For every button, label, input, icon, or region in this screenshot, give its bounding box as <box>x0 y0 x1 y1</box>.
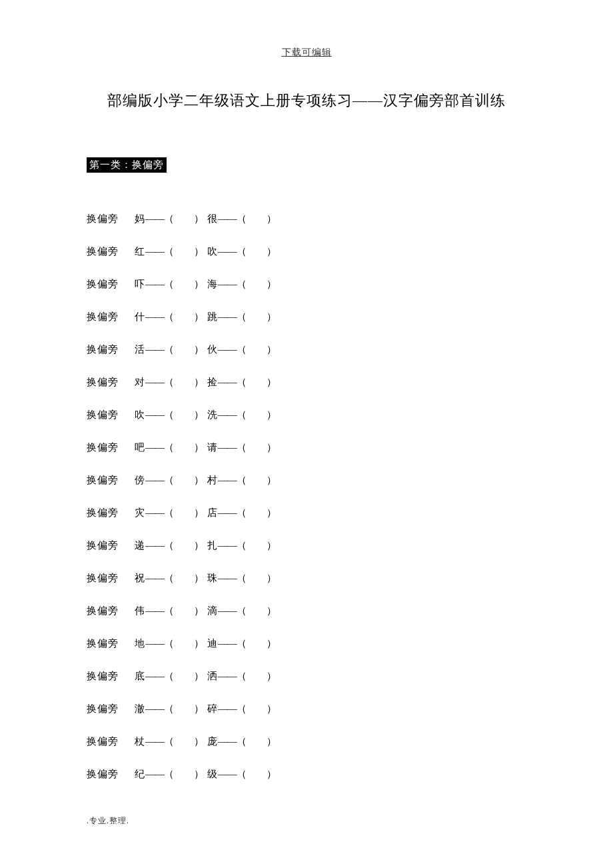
char: 庞 <box>207 736 218 747</box>
exercise-row: 换偏旁底——（ ） 洒——（ ） <box>87 670 526 683</box>
char: 傍 <box>135 475 145 485</box>
dash: —— <box>218 213 237 224</box>
char: 很 <box>207 213 218 224</box>
char: 底 <box>135 671 145 681</box>
char: 吹 <box>207 246 218 257</box>
blank: （ ） <box>237 344 277 355</box>
row-content: 什——（ ） 跳——（ ） <box>135 311 277 322</box>
blank: （ ） <box>164 703 204 714</box>
row-label: 换偏旁 <box>87 278 135 291</box>
footer-note: .专业.整理. <box>87 815 129 827</box>
blank: （ ） <box>237 279 277 289</box>
blank: （ ） <box>237 769 277 779</box>
blank: （ ） <box>164 671 204 681</box>
dash: —— <box>145 703 164 714</box>
exercise-row: 换偏旁递——（ ） 扎——（ ） <box>87 539 526 552</box>
row-content: 吹——（ ） 洗——（ ） <box>135 409 277 420</box>
blank: （ ） <box>164 475 204 485</box>
char: 什 <box>135 311 145 322</box>
blank: （ ） <box>164 279 204 289</box>
row-content: 伟——（ ） 滴——（ ） <box>135 605 277 616</box>
exercise-row: 换偏旁什——（ ） 跳——（ ） <box>87 311 526 323</box>
document-title: 部编版小学二年级语文上册专项练习——汉字偏旁部首训练 <box>87 91 526 111</box>
blank: （ ） <box>164 377 204 387</box>
row-label: 换偏旁 <box>87 539 135 552</box>
dash: —— <box>145 279 164 289</box>
row-label: 换偏旁 <box>87 605 135 617</box>
exercise-row: 换偏旁吹——（ ） 洗——（ ） <box>87 409 526 421</box>
blank: （ ） <box>237 573 277 583</box>
dash: —— <box>218 769 237 779</box>
exercise-row: 换偏旁地——（ ） 迪——（ ） <box>87 637 526 650</box>
row-label: 换偏旁 <box>87 507 135 519</box>
char: 扎 <box>207 540 218 551</box>
dash: —— <box>145 540 164 551</box>
char: 杖 <box>135 736 145 747</box>
exercise-row: 换偏旁红——（ ） 吹——（ ） <box>87 245 526 258</box>
blank: （ ） <box>164 507 204 518</box>
dash: —— <box>145 311 164 322</box>
char: 地 <box>135 638 145 649</box>
dash: —— <box>218 507 237 518</box>
char: 纪 <box>135 769 145 779</box>
dash: —— <box>145 377 164 387</box>
blank: （ ） <box>164 605 204 616</box>
blank: （ ） <box>237 605 277 616</box>
blank: （ ） <box>237 736 277 747</box>
row-content: 祝——（ ） 珠——（ ） <box>135 573 277 583</box>
char: 村 <box>207 475 218 485</box>
blank: （ ） <box>164 573 204 583</box>
dash: —— <box>145 671 164 681</box>
blank: （ ） <box>164 213 204 224</box>
row-label: 换偏旁 <box>87 735 135 748</box>
blank: （ ） <box>237 703 277 714</box>
dash: —— <box>145 409 164 420</box>
char: 碎 <box>207 703 218 714</box>
blank: （ ） <box>237 311 277 322</box>
row-content: 傍——（ ） 村——（ ） <box>135 475 277 485</box>
dash: —— <box>145 475 164 485</box>
row-content: 地——（ ） 迪——（ ） <box>135 638 277 649</box>
blank: （ ） <box>164 344 204 355</box>
char: 吧 <box>135 442 145 453</box>
row-content: 递——（ ） 扎——（ ） <box>135 540 277 551</box>
blank: （ ） <box>237 377 277 387</box>
char: 级 <box>207 769 218 779</box>
row-content: 底——（ ） 洒——（ ） <box>135 671 277 681</box>
blank: （ ） <box>164 409 204 420</box>
blank: （ ） <box>237 442 277 453</box>
row-content: 纪——（ ） 级——（ ） <box>135 769 277 779</box>
row-label: 换偏旁 <box>87 245 135 258</box>
exercise-row: 换偏旁妈——（ ） 很——（ ） <box>87 213 526 225</box>
row-content: 活——（ ） 伙——（ ） <box>135 344 277 355</box>
row-content: 灾——（ ） 店——（ ） <box>135 507 277 518</box>
dash: —— <box>218 736 237 747</box>
char: 洒 <box>207 671 218 681</box>
exercise-list: 换偏旁妈——（ ） 很——（ ）换偏旁红——（ ） 吹——（ ）换偏旁吓——（ … <box>87 213 526 781</box>
char: 祝 <box>135 573 145 583</box>
exercise-row: 换偏旁祝——（ ） 珠——（ ） <box>87 572 526 585</box>
dash: —— <box>218 311 237 322</box>
char: 对 <box>135 377 145 387</box>
char: 澈 <box>135 703 145 714</box>
blank: （ ） <box>237 540 277 551</box>
dash: —— <box>145 246 164 257</box>
section-label-wrap: 第一类：换偏旁 <box>87 157 526 213</box>
dash: —— <box>218 671 237 681</box>
char: 妈 <box>135 213 145 224</box>
dash: —— <box>145 736 164 747</box>
row-content: 杖——（ ） 庞——（ ） <box>135 736 277 747</box>
char: 海 <box>207 279 218 289</box>
char: 跳 <box>207 311 218 322</box>
document-page: 下载可编辑 部编版小学二年级语文上册专项练习——汉字偏旁部首训练 第一类：换偏旁… <box>0 0 613 781</box>
blank: （ ） <box>164 638 204 649</box>
dash: —— <box>218 605 237 616</box>
blank: （ ） <box>164 736 204 747</box>
char: 滴 <box>207 605 218 616</box>
blank: （ ） <box>164 540 204 551</box>
dash: —— <box>145 769 164 779</box>
char: 活 <box>135 344 145 355</box>
dash: —— <box>218 377 237 387</box>
blank: （ ） <box>164 769 204 779</box>
blank: （ ） <box>237 409 277 420</box>
